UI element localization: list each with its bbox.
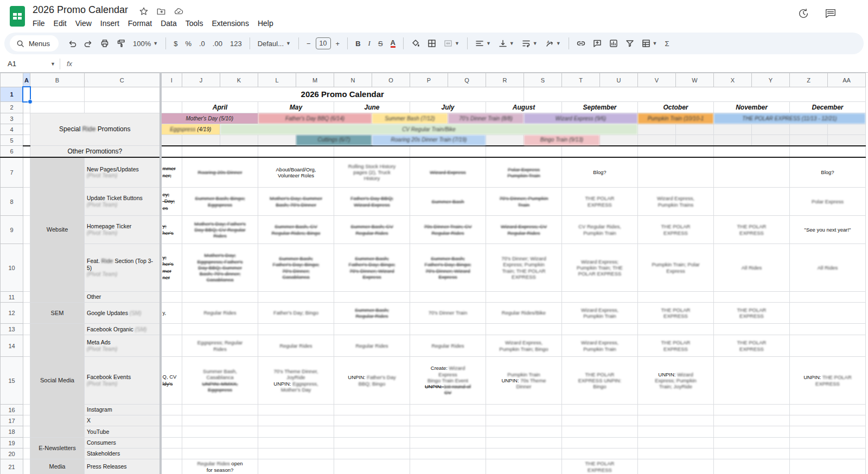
row-header-15[interactable]: 15 (1, 357, 23, 405)
cell[interactable] (486, 415, 562, 426)
header-cell[interactable]: X (714, 73, 752, 87)
section-social-media[interactable]: Social Media (30, 324, 85, 438)
menu-view[interactable]: View (71, 17, 96, 29)
cell[interactable]: UNPIN: Father's Day BBQ; Bingo (334, 357, 410, 405)
col-header-A[interactable]: A (23, 73, 30, 87)
cloud-status-icon[interactable] (174, 7, 184, 16)
cell[interactable]: Summer Bash (410, 188, 486, 216)
cell[interactable] (714, 438, 790, 449)
cell[interactable]: Polar Express (790, 188, 866, 216)
row-header-16[interactable]: 16 (1, 405, 23, 415)
cell[interactable] (258, 146, 334, 157)
band-cv-regular[interactable]: CV Regular Train/Bike (220, 124, 638, 135)
cell[interactable] (562, 415, 638, 426)
band-summer-bash[interactable]: Summer Bash (7/12) (372, 113, 448, 124)
cell[interactable]: THE POLAR EXPRESS (562, 459, 638, 474)
month-april[interactable]: April (182, 102, 258, 113)
header-cell[interactable]: S (524, 73, 562, 87)
cell[interactable] (486, 405, 562, 415)
cell[interactable] (410, 426, 486, 438)
cell[interactable]: THE POLAR EXPRESS (562, 188, 638, 216)
insert-chart-button[interactable] (607, 37, 621, 50)
cell[interactable] (182, 449, 258, 459)
cell[interactable] (638, 324, 714, 335)
row-header-1[interactable]: 1 (1, 87, 23, 102)
cell[interactable]: THE POLAR EXPRESS (714, 303, 790, 324)
functions-button[interactable]: Σ (662, 37, 672, 50)
fill-color-button[interactable] (409, 37, 423, 50)
font-select[interactable]: Defaul...▼ (255, 37, 293, 50)
cell[interactable] (220, 135, 258, 146)
label-meta-ads[interactable]: Meta Ads(Pivot Team) (85, 335, 161, 357)
row-header-19[interactable]: 19 (1, 438, 23, 449)
cell[interactable]: Summer Bash; CV Regular Rides (334, 216, 410, 244)
header-cell[interactable]: O (372, 73, 410, 87)
cell[interactable] (790, 449, 866, 459)
band-roaring-20s[interactable]: Roaring 20s Dinner Train (7/19) (372, 135, 486, 146)
cell[interactable] (486, 459, 562, 474)
label-x[interactable]: X (85, 415, 161, 426)
header-cell[interactable]: V (638, 73, 676, 87)
cell[interactable]: THE POLAR EXPRESS (714, 335, 790, 357)
header-cell[interactable]: L (258, 73, 296, 87)
cell[interactable] (638, 415, 714, 426)
cell[interactable]: Wizard Express, Pumpkin Train (562, 335, 638, 357)
cell[interactable] (562, 405, 638, 415)
cell[interactable]: Regular Rides (182, 303, 258, 324)
month-may[interactable]: May (258, 102, 334, 113)
cell[interactable]: THE POLAR EXPRESS (638, 335, 714, 357)
cell[interactable] (790, 146, 866, 157)
cell[interactable]: Father's Day BBQ; Wizard Express (334, 188, 410, 216)
more-formats-button[interactable]: 123 (227, 37, 245, 50)
cell[interactable]: Mother's Day; Summer Bash; 70's Dinner (258, 188, 334, 216)
header-cell[interactable]: R (486, 73, 524, 87)
cell[interactable] (161, 292, 182, 303)
format-currency-button[interactable]: $ (171, 37, 180, 50)
cell[interactable]: Summer Bash; Father's Day; Bingo; 70's D… (334, 244, 410, 292)
vertical-align-button[interactable]: ▼ (496, 37, 517, 50)
cell[interactable] (790, 324, 866, 335)
cell[interactable]: Wizard Express; Pumpkin Train; THE POLAR… (562, 244, 638, 292)
merge-cells-button[interactable]: ▼ (441, 37, 462, 50)
cell[interactable] (23, 459, 30, 474)
cell[interactable] (410, 146, 486, 157)
cell[interactable] (676, 135, 714, 146)
header-cell[interactable]: K (220, 73, 258, 87)
menu-insert[interactable]: Insert (96, 17, 124, 29)
cell[interactable]: Create: Wizard Express Bingo Train Event… (410, 357, 486, 405)
label-stakeholders[interactable]: Stakeholders (85, 449, 161, 459)
cell[interactable]: UNPIN: Wizard Express; Pumpkin Train; Jo… (638, 357, 714, 405)
header-cell[interactable]: W (676, 73, 714, 87)
cell[interactable] (258, 426, 334, 438)
cell[interactable]: About/Board/Org, Volunteer Roles (258, 157, 334, 188)
menu-file[interactable]: File (28, 17, 49, 29)
band-pumpkin-train[interactable]: Pumpkin Train (10/10-1 (638, 113, 714, 124)
row-header-17[interactable]: 17 (1, 415, 23, 426)
header-cell[interactable]: AA (828, 73, 866, 87)
cell[interactable] (23, 292, 30, 303)
band-cuttings[interactable]: Cuttings (6/7) (296, 135, 372, 146)
month-june[interactable]: June (334, 102, 410, 113)
cell[interactable]: THE POLAR EXPRESS (638, 216, 714, 244)
row-header-18[interactable]: 18 (1, 426, 23, 438)
cell[interactable]: y; her's (161, 216, 182, 244)
cell[interactable]: Mother's Day; Father's Day BBQ; CV Regul… (182, 216, 258, 244)
month-november[interactable]: November (714, 102, 790, 113)
cell[interactable]: Father's Day; Bingo (258, 303, 334, 324)
month-december[interactable]: December (790, 102, 866, 113)
cell[interactable] (714, 135, 752, 146)
cell[interactable] (486, 292, 562, 303)
cell[interactable] (714, 415, 790, 426)
sheet-title-cell[interactable]: 2026 Promo Calendar (161, 87, 524, 102)
cell[interactable]: y; her's mer ner (161, 244, 182, 292)
cell[interactable]: Blog? (790, 157, 866, 188)
cell[interactable] (486, 438, 562, 449)
label-press-releases[interactable]: Press Releases (85, 459, 161, 474)
label-youtube[interactable]: YouTube (85, 426, 161, 438)
cell[interactable]: Summer Bash, CasablancaUNPIN: MMXX,Eggsp… (182, 357, 258, 405)
cell[interactable] (334, 292, 410, 303)
document-title[interactable]: 2026 Promo Calendar (33, 4, 128, 16)
cell[interactable] (714, 324, 790, 335)
cell[interactable] (30, 102, 85, 113)
special-promotions-label[interactable]: Special Ride Promotions (30, 113, 161, 146)
